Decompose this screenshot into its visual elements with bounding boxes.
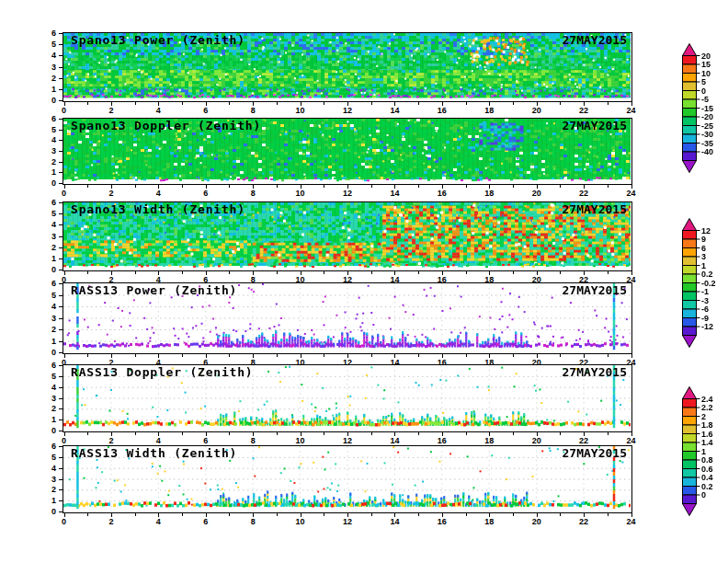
x-tick: [182, 432, 183, 435]
x-tick: [513, 432, 514, 435]
y-tick: [59, 202, 63, 203]
x-tick: [560, 354, 561, 357]
x-tick-label: 0: [62, 106, 66, 115]
y-tick: [59, 365, 63, 366]
x-tick: [560, 185, 561, 188]
panel-title: RASS13 Width (Zenith): [71, 446, 237, 460]
x-tick: [608, 185, 609, 188]
x-tick: [466, 354, 467, 357]
x-tick: [277, 271, 278, 274]
x-tick-label: 14: [390, 189, 399, 198]
x-tick-label: 6: [203, 106, 208, 115]
y-tick: [59, 213, 63, 214]
x-tick: [324, 432, 324, 435]
y-tick: [59, 419, 63, 420]
y-tick: [59, 500, 63, 501]
y-tick-label: 5: [36, 372, 56, 381]
x-tick: [135, 513, 136, 516]
colorbar-label: 2: [701, 412, 706, 421]
colorbar-label: 10: [701, 69, 711, 78]
y-tick: [59, 183, 63, 184]
y-tick-label: 6: [36, 361, 56, 370]
colorbar-label: -1: [701, 287, 709, 296]
y-tick-label: 2: [36, 243, 56, 252]
x-tick: [513, 513, 514, 516]
x-tick-label: 8: [251, 106, 256, 115]
x-tick-label: 18: [484, 189, 494, 198]
y-tick: [59, 44, 63, 45]
x-tick: [560, 271, 561, 274]
panel-spano13-width: Spano13 Width (Zenith)27MAY2015: [63, 201, 632, 271]
x-tick-label: 8: [251, 436, 256, 445]
x-tick: [324, 513, 324, 516]
x-tick: [608, 102, 609, 105]
x-tick: [466, 271, 467, 274]
panel-title: RASS13 Doppler (Zenith): [71, 365, 253, 379]
panel-title: RASS13 Power (Zenith): [71, 283, 237, 297]
colorbar-doppler-width: [681, 218, 702, 352]
x-tick-label: 16: [438, 436, 447, 445]
panel-date: 27MAY2015: [563, 446, 627, 460]
y-tick: [59, 162, 63, 163]
panel-rass13-doppler: RASS13 Doppler (Zenith)27MAY2015: [63, 364, 632, 432]
y-tick: [59, 479, 63, 480]
x-tick: [608, 354, 609, 357]
x-tick: [229, 271, 230, 274]
x-tick: [371, 354, 372, 357]
y-tick: [59, 457, 63, 458]
y-tick: [59, 259, 63, 259]
y-tick-label: 5: [36, 209, 56, 218]
y-tick-label: 5: [36, 453, 56, 462]
x-tick-label: 12: [343, 106, 352, 115]
x-tick-label: 0: [62, 517, 66, 526]
x-tick: [87, 271, 88, 274]
x-tick: [371, 185, 372, 188]
x-tick: [466, 185, 467, 188]
x-tick: [277, 354, 278, 357]
colorbar-label: -12: [701, 322, 713, 331]
y-tick-label: 0: [36, 178, 56, 188]
x-tick: [608, 271, 609, 274]
colorbar-label: -30: [701, 130, 713, 139]
x-tick: [229, 354, 230, 357]
y-tick: [59, 318, 63, 319]
colorbar-label: -9: [701, 314, 709, 323]
colorbar-label: 1: [701, 261, 706, 270]
x-tick: [513, 102, 514, 105]
x-tick-label: 0: [62, 436, 66, 445]
y-tick: [59, 329, 63, 330]
y-tick: [59, 78, 63, 79]
colorbar-label: 2.2: [701, 403, 713, 412]
y-tick: [59, 100, 63, 101]
y-tick-label: 4: [36, 135, 56, 144]
y-tick-label: 5: [36, 125, 56, 134]
panel-date: 27MAY2015: [563, 365, 627, 379]
y-tick-label: 5: [36, 40, 56, 49]
y-tick-label: 4: [36, 220, 56, 229]
x-tick-label: 6: [203, 517, 208, 526]
colorbar-canvas-colorbar-doppler-width: [681, 218, 702, 349]
x-tick-label: 10: [296, 517, 305, 526]
x-tick: [418, 432, 419, 435]
y-tick-label: 4: [36, 383, 56, 392]
x-tick-label: 18: [484, 436, 494, 445]
colorbar-label: 0: [701, 490, 706, 500]
y-tick-label: 1: [36, 167, 56, 177]
colorbar-label: 1.8: [701, 420, 713, 430]
x-tick-label: 4: [156, 436, 161, 445]
x-tick-label: 22: [579, 106, 588, 115]
x-tick: [371, 432, 372, 435]
x-tick-label: 2: [108, 436, 113, 445]
colorbar-label: 20: [701, 52, 711, 61]
figure: Spano13 Power (Zenith)27MAY2015024681012…: [0, 0, 728, 563]
y-tick: [59, 119, 63, 120]
x-tick-label: 10: [296, 106, 305, 115]
x-tick: [418, 185, 419, 188]
x-tick-label: 2: [108, 189, 113, 198]
x-tick: [135, 432, 136, 435]
panel-title: Spano13 Power (Zenith): [71, 33, 245, 47]
x-tick-label: 16: [438, 517, 447, 526]
y-tick-label: 1: [36, 85, 56, 94]
x-tick-label: 4: [156, 189, 161, 198]
panel-rass13-power: RASS13 Power (Zenith)27MAY2015: [63, 282, 632, 354]
